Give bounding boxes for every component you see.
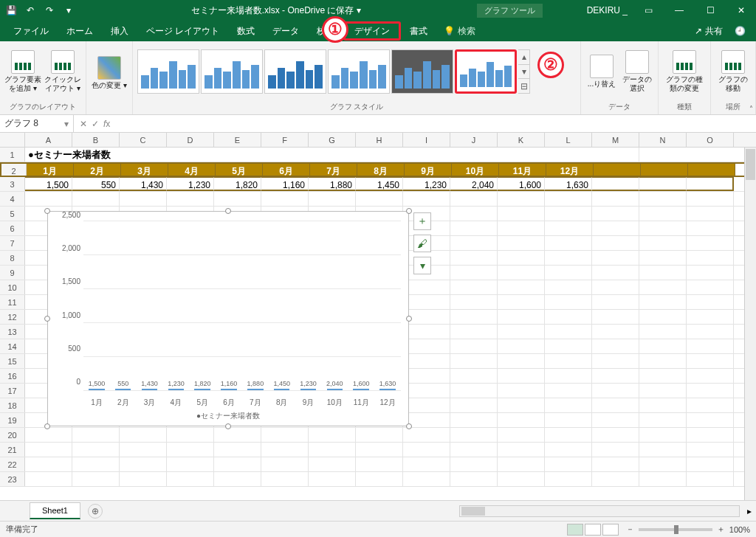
page-break-view-button[interactable]	[602, 524, 619, 536]
cell[interactable]	[214, 192, 261, 206]
cell[interactable]	[450, 428, 498, 442]
cell[interactable]	[450, 310, 498, 324]
cell[interactable]	[545, 384, 592, 398]
cell[interactable]: 1,230	[167, 177, 214, 191]
cell[interactable]: 1月	[27, 164, 74, 176]
column-header[interactable]: F	[261, 133, 309, 147]
column-header[interactable]: D	[167, 133, 214, 147]
column-header[interactable]: N	[639, 133, 687, 147]
cell[interactable]	[639, 428, 687, 442]
resize-handle[interactable]	[225, 423, 231, 429]
row-header[interactable]: 6	[0, 221, 25, 235]
row-header[interactable]: 8	[0, 251, 25, 265]
cell[interactable]	[639, 398, 687, 412]
cell[interactable]	[687, 457, 734, 471]
zoom-out-button[interactable]: －	[626, 524, 634, 535]
cell[interactable]	[309, 472, 356, 486]
cell[interactable]	[639, 472, 687, 486]
cell[interactable]	[687, 177, 734, 191]
cell[interactable]	[687, 266, 734, 280]
cell[interactable]	[450, 251, 498, 265]
cell[interactable]	[72, 192, 120, 206]
cell[interactable]	[594, 164, 641, 176]
row-header[interactable]: 17	[0, 384, 25, 398]
column-header[interactable]: G	[309, 133, 356, 147]
cell[interactable]	[639, 192, 687, 206]
cell[interactable]	[639, 236, 687, 250]
cell[interactable]	[214, 443, 261, 457]
cell[interactable]	[498, 413, 545, 427]
cell[interactable]	[498, 428, 545, 442]
row-header[interactable]: 16	[0, 369, 25, 383]
chevron-down-icon[interactable]: ▾	[64, 119, 69, 129]
cell[interactable]: 9月	[405, 164, 452, 176]
cell[interactable]	[498, 398, 545, 412]
cell[interactable]	[592, 428, 639, 442]
cell[interactable]	[450, 369, 498, 383]
cell[interactable]	[450, 192, 498, 206]
row-header[interactable]: 15	[0, 354, 25, 368]
cell[interactable]	[687, 251, 734, 265]
column-header[interactable]: A	[25, 133, 72, 147]
cell[interactable]	[450, 207, 498, 221]
cell[interactable]	[403, 325, 450, 339]
column-header[interactable]: I	[403, 133, 450, 147]
chart-styles-button[interactable]: 🖌	[413, 235, 431, 252]
horizontal-scrollbar[interactable]	[459, 505, 740, 517]
cell[interactable]	[450, 221, 498, 235]
cell[interactable]	[639, 339, 687, 353]
cell[interactable]	[687, 428, 734, 442]
cell[interactable]	[167, 443, 214, 457]
chart-style-4[interactable]	[328, 49, 390, 94]
cell[interactable]	[639, 310, 687, 324]
row-header[interactable]: 11	[0, 295, 25, 309]
tab-data[interactable]: データ	[264, 21, 308, 41]
column-header[interactable]: J	[450, 133, 498, 147]
cell[interactable]	[72, 428, 120, 442]
cell[interactable]	[639, 295, 687, 309]
cell[interactable]	[545, 207, 592, 221]
history-icon[interactable]: 🕘	[729, 21, 752, 41]
cell[interactable]	[639, 207, 687, 221]
cell[interactable]	[545, 443, 592, 457]
cell[interactable]	[592, 457, 639, 471]
row-header[interactable]: 3	[0, 177, 25, 191]
resize-handle[interactable]	[406, 423, 412, 429]
cell[interactable]	[167, 192, 214, 206]
cell[interactable]	[498, 221, 545, 235]
cell[interactable]: 10月	[452, 164, 499, 176]
chart-style-5[interactable]	[391, 49, 453, 94]
cell[interactable]	[120, 428, 167, 442]
add-chart-element-button[interactable]: グラフ要素を追加 ▾	[4, 50, 41, 93]
cell[interactable]	[25, 457, 72, 471]
cell[interactable]	[450, 398, 498, 412]
change-colors-button[interactable]: 色の変更 ▾	[91, 56, 128, 90]
cancel-icon[interactable]: ✕	[80, 119, 87, 129]
row-header[interactable]: 1	[0, 148, 25, 162]
cell[interactable]	[72, 472, 120, 486]
cell[interactable]	[687, 339, 734, 353]
page-layout-view-button[interactable]	[585, 524, 601, 536]
cell[interactable]	[545, 398, 592, 412]
resize-handle[interactable]	[44, 423, 50, 429]
cell[interactable]: ●セミナー来場者数	[25, 148, 592, 162]
row-header[interactable]: 12	[0, 310, 25, 324]
column-header[interactable]: B	[72, 133, 120, 147]
cell[interactable]	[309, 457, 356, 471]
cell[interactable]	[592, 354, 639, 368]
cell[interactable]	[592, 266, 639, 280]
cell[interactable]	[639, 251, 687, 265]
cell[interactable]	[545, 251, 592, 265]
cell[interactable]	[450, 384, 498, 398]
cell[interactable]	[120, 192, 167, 206]
zoom-in-button[interactable]: ＋	[717, 524, 725, 535]
cell[interactable]	[639, 413, 687, 427]
cell[interactable]	[261, 457, 309, 471]
cell[interactable]: 8月	[357, 164, 405, 176]
cell[interactable]	[403, 398, 450, 412]
cell[interactable]	[403, 192, 450, 206]
cell[interactable]	[592, 413, 639, 427]
cell[interactable]	[403, 295, 450, 309]
cell[interactable]	[687, 192, 734, 206]
cell[interactable]: 1,820	[214, 177, 261, 191]
